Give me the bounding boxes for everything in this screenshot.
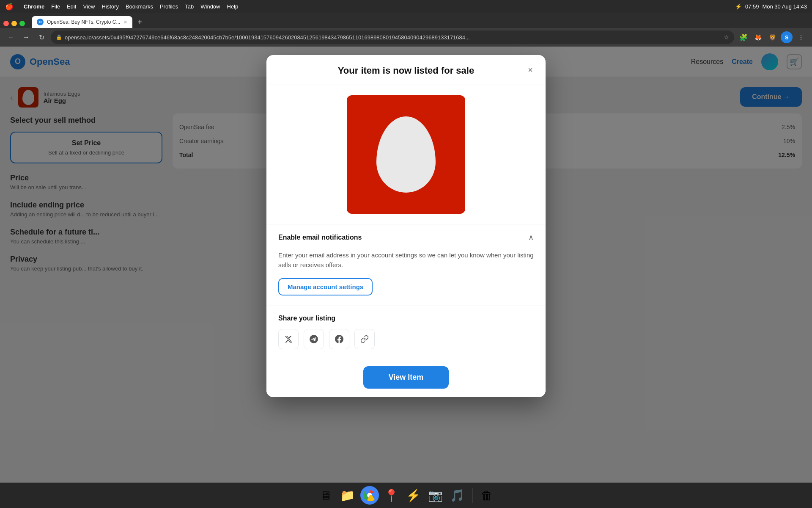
modal-header: Your item is now listed for sale × bbox=[266, 55, 546, 85]
browser-chrome: O OpenSea: Buy NFTs, Crypto C... × + ← →… bbox=[0, 13, 812, 47]
nft-image-container bbox=[347, 95, 465, 214]
share-telegram-button[interactable] bbox=[304, 329, 324, 349]
share-section: Share your listing bbox=[266, 306, 546, 358]
email-section-description: Enter your email address in your account… bbox=[278, 251, 534, 270]
listing-success-modal: Your item is now listed for sale × Enabl… bbox=[266, 55, 546, 397]
dock-finder[interactable]: 🖥 bbox=[316, 486, 335, 505]
menu-help[interactable]: Help bbox=[227, 3, 239, 10]
menu-icon[interactable]: ⋮ bbox=[795, 31, 807, 43]
menu-history[interactable]: History bbox=[102, 3, 118, 10]
dock-reeder[interactable]: ⚡ bbox=[404, 486, 423, 505]
modal-close-button[interactable]: × bbox=[524, 63, 537, 77]
dock-trash[interactable]: 🗑 bbox=[477, 486, 496, 505]
new-tab-button[interactable]: + bbox=[134, 16, 146, 28]
apple-menu-icon[interactable]: 🍎 bbox=[5, 3, 14, 11]
back-button[interactable]: ← bbox=[5, 31, 17, 43]
menu-view[interactable]: View bbox=[83, 3, 95, 10]
modal-title: Your item is now listed for sale bbox=[338, 65, 474, 76]
page-background: O OpenSea Resources Create 🛒 ‹ Infamous … bbox=[0, 47, 812, 483]
battery-icon: ⚡ bbox=[735, 3, 742, 10]
share-facebook-button[interactable] bbox=[329, 329, 349, 349]
nft-egg-image bbox=[376, 116, 436, 193]
metamask-fox-icon[interactable]: 🦊 bbox=[752, 31, 764, 43]
mac-clock: ⚡ 07:59 Mon 30 Aug 14:43 bbox=[735, 3, 807, 10]
clock-time: Mon 30 Aug 14:43 bbox=[762, 3, 807, 10]
menu-file[interactable]: File bbox=[51, 3, 60, 10]
minimize-window-btn[interactable] bbox=[11, 21, 17, 26]
maximize-window-btn[interactable] bbox=[19, 21, 25, 26]
email-section-title: Enable email notifications bbox=[278, 234, 362, 241]
dock-photos[interactable]: 📷 bbox=[426, 486, 445, 505]
reload-button[interactable]: ↻ bbox=[36, 31, 47, 43]
address-text: opensea.io/assets/0x495f947276749ce646f6… bbox=[65, 34, 721, 41]
mac-menubar: 🍎 Chrome File Edit View History Bookmark… bbox=[0, 0, 812, 13]
extensions-icon[interactable]: 🧩 bbox=[738, 31, 749, 43]
lock-icon: 🔒 bbox=[56, 34, 62, 40]
modal-nft-area bbox=[266, 85, 546, 224]
dock-chrome[interactable] bbox=[360, 486, 379, 505]
tab-close-icon[interactable]: × bbox=[123, 19, 127, 25]
menu-edit[interactable]: Edit bbox=[67, 3, 76, 10]
share-icons-row bbox=[278, 329, 534, 349]
email-section-header[interactable]: Enable email notifications ∧ bbox=[266, 224, 546, 251]
dock: 🖥 📁 📍 ⚡ 📷 🎵 🗑 bbox=[0, 483, 812, 508]
close-window-btn[interactable] bbox=[3, 21, 9, 26]
dock-maps[interactable]: 📍 bbox=[382, 486, 401, 505]
brave-icon[interactable]: 🦁 bbox=[766, 31, 778, 43]
browser-tab-opensea[interactable]: O OpenSea: Buy NFTs, Crypto C... × bbox=[32, 16, 132, 28]
share-link-button[interactable] bbox=[354, 329, 375, 349]
email-section-body: Enter your email address in your account… bbox=[266, 251, 546, 306]
browser-toolbar-right: 🧩 🦊 🦁 S ⋮ bbox=[738, 31, 807, 43]
dock-music[interactable]: 🎵 bbox=[448, 486, 467, 505]
browser-tabs: O OpenSea: Buy NFTs, Crypto C... × + bbox=[0, 13, 812, 28]
menu-tab[interactable]: Tab bbox=[185, 3, 194, 10]
view-item-button[interactable]: View Item bbox=[363, 366, 449, 389]
battery-time: 07:59 bbox=[745, 3, 759, 10]
opensea-favicon: O bbox=[37, 19, 44, 25]
modal-footer: View Item bbox=[266, 358, 546, 397]
modal-backdrop: Your item is now listed for sale × Enabl… bbox=[0, 47, 812, 483]
profile-button[interactable]: S bbox=[781, 31, 793, 43]
share-twitter-button[interactable] bbox=[278, 329, 299, 349]
menu-profiles[interactable]: Profiles bbox=[160, 3, 178, 10]
manage-account-settings-button[interactable]: Manage account settings bbox=[278, 278, 373, 295]
chevron-up-icon: ∧ bbox=[528, 233, 534, 242]
forward-button[interactable]: → bbox=[20, 31, 32, 43]
email-notifications-section: Enable email notifications ∧ Enter your … bbox=[266, 224, 546, 306]
star-icon[interactable]: ☆ bbox=[724, 34, 729, 41]
tab-title: OpenSea: Buy NFTs, Crypto C... bbox=[47, 19, 120, 25]
menu-bookmarks[interactable]: Bookmarks bbox=[126, 3, 153, 10]
address-bar[interactable]: 🔒 opensea.io/assets/0x495f947276749ce646… bbox=[51, 30, 734, 44]
menu-chrome[interactable]: Chrome bbox=[24, 3, 44, 10]
menu-window[interactable]: Window bbox=[200, 3, 220, 10]
share-section-title: Share your listing bbox=[278, 315, 534, 322]
dock-files[interactable]: 📁 bbox=[338, 486, 357, 505]
dock-separator bbox=[472, 488, 472, 503]
browser-toolbar: ← → ↻ 🔒 opensea.io/assets/0x495f94727674… bbox=[0, 28, 812, 47]
